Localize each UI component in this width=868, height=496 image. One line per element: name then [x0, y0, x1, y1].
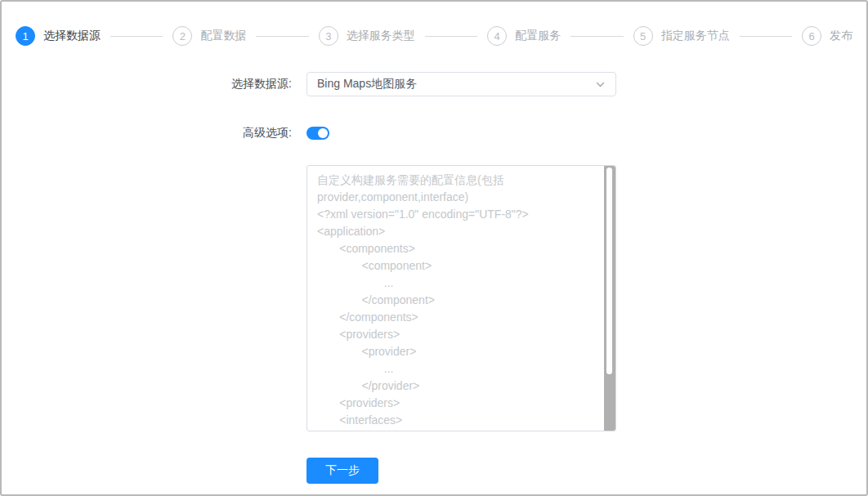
step-2-badge: 2	[172, 26, 192, 46]
step-4-configure-service[interactable]: 4 配置服务	[487, 26, 561, 46]
datasource-label: 选择数据源:	[2, 77, 292, 92]
chevron-down-icon	[595, 79, 606, 90]
advanced-options-row: 高级选项:	[2, 126, 866, 141]
step-connector	[740, 36, 792, 37]
textarea-scrollbar[interactable]	[604, 166, 615, 431]
config-textarea[interactable]: 自定义构建服务需要的配置信息(包括 provider,component,int…	[306, 165, 616, 431]
step-5-specify-node[interactable]: 5 指定服务节点	[633, 26, 730, 46]
wizard-stepper: 1 选择数据源 2 配置数据 3 选择服务类型 4 配置服务 5 指定服务节点 …	[2, 2, 866, 54]
step-6-label: 发布	[830, 29, 852, 43]
toggle-knob	[318, 128, 328, 138]
step-5-badge: 5	[633, 26, 653, 46]
step-4-label: 配置服务	[515, 29, 561, 43]
config-row: 自定义构建服务需要的配置信息(包括 provider,component,int…	[2, 165, 866, 431]
step-3-select-service-type[interactable]: 3 选择服务类型	[319, 26, 415, 46]
next-step-button[interactable]: 下一步	[306, 458, 378, 484]
step-3-label: 选择服务类型	[347, 29, 415, 43]
step-2-label: 配置数据	[200, 29, 246, 43]
scrollbar-thumb[interactable]	[606, 168, 612, 374]
actions-row: 下一步	[2, 458, 866, 484]
step-1-badge: 1	[16, 26, 35, 46]
step-connector	[256, 36, 308, 37]
step-6-publish[interactable]: 6 发布	[802, 26, 852, 46]
step-2-configure-data[interactable]: 2 配置数据	[172, 26, 246, 46]
step-6-badge: 6	[802, 26, 821, 46]
datasource-row: 选择数据源: Bing Maps地图服务	[2, 72, 866, 96]
step-connector	[570, 36, 623, 37]
step-1-select-datasource[interactable]: 1 选择数据源	[16, 26, 101, 46]
step-4-badge: 4	[487, 26, 507, 46]
wizard-window: 1 选择数据源 2 配置数据 3 选择服务类型 4 配置服务 5 指定服务节点 …	[0, 0, 868, 496]
step-1-label: 选择数据源	[43, 29, 101, 43]
datasource-select[interactable]: Bing Maps地图服务	[306, 72, 616, 96]
advanced-options-toggle[interactable]	[306, 127, 329, 140]
step-3-badge: 3	[319, 26, 338, 46]
step-5-label: 指定服务节点	[661, 29, 730, 43]
config-placeholder: 自定义构建服务需要的配置信息(包括 provider,component,int…	[307, 166, 603, 431]
step-connector	[110, 36, 163, 37]
step-connector	[425, 36, 477, 37]
advanced-options-label: 高级选项:	[2, 126, 292, 141]
datasource-select-value: Bing Maps地图服务	[317, 77, 595, 92]
